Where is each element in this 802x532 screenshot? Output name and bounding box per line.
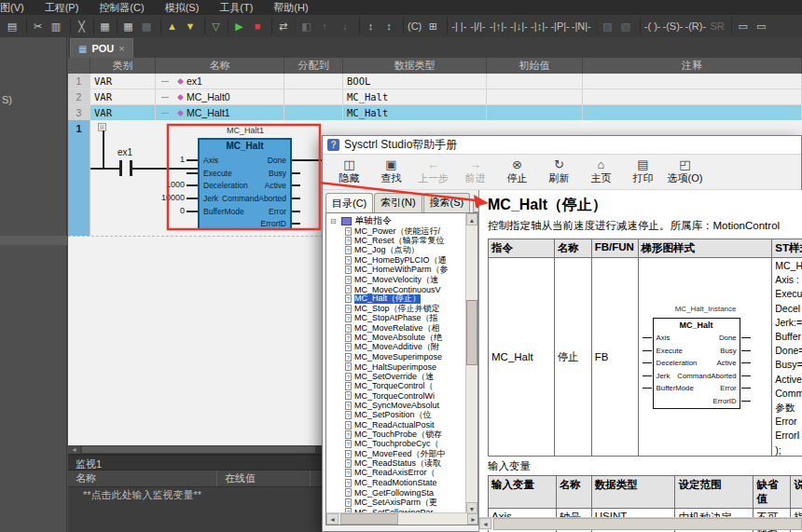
rung-number[interactable]: 1 — [68, 120, 90, 236]
delete-icon[interactable]: ╳ — [70, 18, 89, 34]
tree-item[interactable]: ? MC_MoveRelative（相 — [330, 323, 466, 333]
tree-item[interactable]: ? MC_MoveContinuousV — [330, 284, 466, 293]
input-value[interactable]: 0 — [180, 206, 185, 215]
watch-header-online-value[interactable]: 在线值 — [217, 471, 311, 486]
cell-comment[interactable] — [583, 74, 802, 89]
tree-item[interactable]: ? MC_GetFollowingSta — [330, 488, 466, 498]
vartable-icon[interactable]: ▦ — [117, 18, 135, 34]
scroll-left-icon[interactable]: ◄ — [68, 445, 80, 454]
scroll-thumb[interactable] — [493, 518, 802, 530]
cell-datatype[interactable]: MC_Halt — [343, 89, 487, 104]
header-comment[interactable]: 注释 — [583, 58, 802, 74]
help-toolbar-button[interactable]: ← 上一步 — [412, 155, 454, 189]
tree-item[interactable]: ? MC_MoveAdditive（附 — [330, 343, 466, 352]
menu-item[interactable]: 工具(T) — [219, 1, 253, 15]
tree-vscrollbar[interactable]: ▲ ▼ — [465, 213, 477, 514]
tree-hscrollbar[interactable]: ◄ ► — [326, 512, 478, 525]
cell-category[interactable]: VAR — [90, 89, 156, 104]
header-initial[interactable]: 初始值 — [487, 58, 583, 74]
cell-initial[interactable] — [487, 74, 583, 89]
contact-rising-icon[interactable]: -|↑|- — [489, 18, 507, 34]
contact-both-icon[interactable]: -|↕|- — [530, 18, 548, 34]
scroll-thumb[interactable] — [466, 300, 477, 365]
tree-item[interactable]: ? MC_HaltSuperimpose — [330, 361, 466, 371]
tree-item[interactable]: ? MC_ReadActualPosit — [330, 420, 466, 430]
paste-icon[interactable]: ▥ — [47, 18, 65, 34]
nav-up-icon[interactable]: ↑ — [315, 18, 334, 34]
scroll-thumb[interactable] — [82, 446, 315, 453]
tab-pou[interactable]: ▦ POU × — [70, 38, 133, 58]
tree-item[interactable]: ? MC_SetAxisParm（更 — [330, 498, 466, 507]
compile-icon[interactable]: (C) — [403, 18, 422, 34]
contact-p-icon[interactable]: -|P|- — [550, 18, 569, 34]
table-row[interactable]: 1 VAR ex1 BOOL — [68, 74, 802, 89]
cell-comment[interactable] — [583, 89, 802, 104]
nav-down-icon[interactable]: ↓ — [336, 18, 354, 34]
coil-reset-icon[interactable]: -(R)- — [685, 18, 707, 34]
tree-item[interactable]: ? MC_SetPosition（位 — [330, 410, 466, 419]
content-hscrollbar[interactable]: ◄ — [479, 517, 802, 530]
help-toolbar-button[interactable]: ⊗ 停止 — [496, 155, 538, 189]
cell-assigned[interactable] — [284, 74, 343, 89]
header-assigned[interactable]: 分配到 — [284, 58, 343, 74]
scroll-left-icon[interactable]: ◄ — [479, 518, 491, 529]
upload-icon[interactable]: ▲ — [160, 18, 179, 34]
cell-category[interactable]: VAR — [90, 74, 156, 89]
menu-item[interactable]: 控制器(C) — [99, 1, 144, 15]
table-row[interactable]: 3 VAR MC_Halt1 MC_Halt — [68, 105, 802, 121]
coil-icon[interactable]: -( )- — [640, 18, 661, 34]
header-name[interactable]: 名称 — [156, 58, 284, 74]
tree-item[interactable]: ? MC_ReadAxisError（ — [330, 469, 466, 478]
fb-icon[interactable]: ▭ — [731, 18, 750, 34]
copy-icon[interactable]: ▤ — [3, 18, 21, 34]
tree-item[interactable]: ? MC_Stop（停止并锁定 — [330, 304, 466, 313]
input-value[interactable]: 1000 — [166, 180, 185, 189]
blocks-icon[interactable]: ⊞ — [423, 18, 442, 34]
stop-icon[interactable]: ■ — [248, 18, 267, 34]
tree-item[interactable]: ? MC_ReadStatus（读取 — [330, 458, 466, 468]
tree-item[interactable]: ? MC_StopAtPhase（指 — [330, 314, 466, 323]
tree-item[interactable]: ? MC_MoveAbsolute（绝 — [330, 333, 466, 342]
tree-item[interactable]: ? MC_TorqueControl（ — [330, 381, 466, 390]
contact-falling-icon[interactable]: -|↓|- — [509, 18, 528, 34]
run-icon[interactable]: ▶ — [228, 18, 246, 34]
filter-icon[interactable]: ▽ — [204, 18, 223, 34]
header-datatype[interactable]: 数据类型 — [343, 58, 487, 74]
download-icon[interactable]: ▼ — [181, 18, 200, 34]
tree-item[interactable]: ? MC_Power（使能运行/ — [330, 226, 466, 236]
contact-closed-icon[interactable]: -|/|- — [468, 18, 487, 34]
header-category[interactable]: 类别 — [90, 58, 156, 74]
tree-item[interactable]: ? MC_Jog（点动） — [330, 246, 466, 255]
tree-item[interactable]: ? MC_SyncMoveAbsolut — [330, 401, 466, 410]
tree-item[interactable]: ? MC_ReadMotionState — [330, 478, 466, 487]
fb2-icon[interactable]: ▭ — [752, 18, 770, 34]
tab-contents[interactable]: 目录(C) — [325, 193, 373, 213]
cell-datatype[interactable]: MC_Halt — [343, 105, 487, 120]
help-toolbar-button[interactable]: ↻ 刷新 — [538, 155, 580, 189]
tree-folder[interactable]: ⊟ 单轴指令 — [330, 215, 466, 226]
scroll-left-icon[interactable]: ◄ — [326, 513, 339, 525]
menu-item[interactable]: 帮助(H) — [273, 1, 308, 15]
scroll-thumb[interactable] — [340, 513, 398, 525]
tree-item[interactable]: ? MC_SetOverride（速 — [330, 372, 466, 381]
inline-mon-icon[interactable]: ▨ — [596, 18, 615, 34]
tree-item[interactable]: ? MC_MoveSuperimpose — [330, 352, 466, 361]
inline-edit-icon[interactable]: ▧ — [616, 18, 635, 34]
library-icon[interactable]: ▦ — [93, 18, 112, 34]
cut-icon[interactable]: ✂ — [26, 18, 45, 34]
cell-name[interactable]: MC_Halt1 — [156, 105, 284, 120]
scroll-right-icon[interactable]: ► — [467, 513, 478, 525]
tab-search[interactable]: 搜索(S) — [423, 193, 471, 212]
tree-item[interactable]: ? MC_HomeWithParm（参 — [330, 266, 466, 275]
contact-icon[interactable] — [119, 160, 122, 176]
cell-name[interactable]: MC_Halt0 — [156, 89, 284, 104]
tree-item[interactable]: ? MC_MoveVelocity（速 — [330, 275, 466, 284]
contact-n-icon[interactable]: -|N|- — [572, 18, 591, 34]
cell-assigned[interactable] — [284, 105, 343, 120]
contact-icon[interactable] — [130, 160, 132, 176]
vartable2-icon[interactable]: ▩ — [137, 18, 156, 34]
input-value[interactable]: 10000 — [161, 193, 185, 202]
input-value[interactable]: 1 — [180, 155, 185, 164]
insert-col-icon[interactable]: ↕ — [380, 18, 398, 34]
cell-datatype[interactable]: BOOL — [343, 74, 487, 89]
